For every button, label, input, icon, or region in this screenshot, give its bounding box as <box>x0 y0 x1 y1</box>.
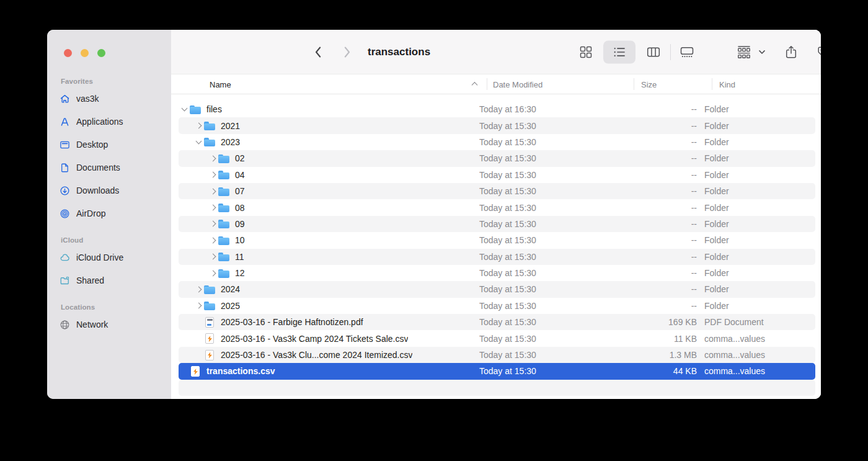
file-name: 2025 <box>221 301 240 311</box>
disclosure-chevron-icon[interactable] <box>210 205 216 211</box>
chevron-left-icon <box>314 46 322 58</box>
name-cell: 2025-03-16 - Farbige Haftnotizen.pdf <box>179 317 479 328</box>
table-row[interactable]: 09 Today at 15:30 -- Folder <box>179 216 815 232</box>
name-cell: 2025-03-16 - Vas3k Clu...come 2024 Itemi… <box>179 350 479 360</box>
toolbar: transactions <box>171 30 821 74</box>
sidebar-item-icloud-drive[interactable]: iCloud Drive <box>53 248 165 267</box>
column-header-size[interactable]: Size <box>641 79 657 89</box>
list-view-icon <box>613 45 626 58</box>
table-row[interactable]: 08 Today at 15:30 -- Folder <box>179 199 815 215</box>
column-divider[interactable] <box>712 78 712 90</box>
disclosure-chevron-icon[interactable] <box>210 254 216 260</box>
zoom-window-button[interactable] <box>97 49 105 57</box>
finder-window: Favorites vas3k Applications Desktop Doc… <box>47 30 821 399</box>
name-cell: 2025-03-16 - Vas3k Camp 2024 Tickets Sal… <box>179 333 479 344</box>
column-divider[interactable] <box>487 78 487 90</box>
table-row[interactable]: 02 Today at 15:30 -- Folder <box>179 150 815 166</box>
date-modified-cell: Today at 15:30 <box>479 284 626 294</box>
share-icon <box>785 45 798 59</box>
list-view-button[interactable] <box>613 45 626 58</box>
column-divider[interactable] <box>634 78 634 90</box>
kind-cell: Folder <box>704 121 815 131</box>
kind-cell: Folder <box>704 203 815 213</box>
table-row[interactable]: 10 Today at 15:30 -- Folder <box>179 232 815 248</box>
name-cell: 11 <box>179 251 479 262</box>
folder-icon <box>218 153 229 164</box>
column-header-kind[interactable]: Kind <box>719 79 735 89</box>
sidebar-section: Locations Network <box>53 303 165 334</box>
disclosure-chevron-icon[interactable] <box>210 270 216 276</box>
table-row[interactable]: 2021 Today at 15:30 -- Folder <box>179 117 815 133</box>
file-name: 04 <box>235 170 245 180</box>
file-name: 10 <box>235 235 245 245</box>
table-row[interactable]: files Today at 16:30 -- Folder <box>179 101 815 117</box>
group-by-chevron[interactable] <box>759 50 766 55</box>
file-name: 2025-03-16 - Farbige Haftnotizen.pdf <box>221 317 363 327</box>
column-view-button[interactable] <box>647 45 660 58</box>
group-by-button[interactable] <box>737 45 751 59</box>
table-row[interactable]: 11 Today at 15:30 -- Folder <box>179 249 815 265</box>
window-title: transactions <box>368 46 430 58</box>
table-row[interactable]: 2025-03-16 - Vas3k Camp 2024 Tickets Sal… <box>179 330 815 346</box>
sidebar-item-label: iCloud Drive <box>76 253 123 262</box>
sidebar-item-label: Documents <box>76 163 120 172</box>
disclosure-chevron-icon[interactable] <box>210 188 216 194</box>
back-button[interactable] <box>314 46 322 58</box>
file-name: 2025-03-16 - Vas3k Clu...come 2024 Itemi… <box>221 350 412 360</box>
sidebar-item-desktop[interactable]: Desktop <box>53 135 165 154</box>
disclosure-chevron-icon[interactable] <box>182 105 188 112</box>
disclosure-chevron-icon[interactable] <box>196 123 202 129</box>
table-row[interactable]: 2025 Today at 15:30 -- Folder <box>179 298 815 314</box>
applications-icon <box>60 117 70 127</box>
name-cell: 07 <box>179 186 479 197</box>
file-name: 08 <box>235 203 245 213</box>
sidebar-item-downloads[interactable]: Downloads <box>53 181 165 200</box>
sidebar-item-label: Desktop <box>76 140 108 150</box>
column-header-date-modified[interactable]: Date Modified <box>493 79 542 89</box>
size-cell: -- <box>626 235 704 245</box>
sidebar-item-vas3k[interactable]: vas3k <box>53 89 165 108</box>
table-row-selected[interactable]: transactions.csv Today at 15:30 44 KB co… <box>179 363 815 379</box>
close-window-button[interactable] <box>64 49 72 57</box>
sidebar-item-airdrop[interactable]: AirDrop <box>53 204 165 223</box>
kind-cell: Folder <box>704 170 815 180</box>
date-modified-cell: Today at 15:30 <box>479 252 626 262</box>
disclosure-chevron-icon[interactable] <box>196 138 202 145</box>
kind-cell: comma...values <box>704 334 815 344</box>
share-button[interactable] <box>785 45 798 59</box>
gallery-view-button[interactable] <box>680 45 694 58</box>
sidebar-section-label: iCloud <box>53 236 165 244</box>
tag-button[interactable] <box>817 45 821 59</box>
kind-cell: Folder <box>704 137 815 147</box>
disclosure-chevron-icon[interactable] <box>210 155 216 161</box>
kind-cell: Folder <box>704 186 815 196</box>
disclosure-chevron-icon[interactable] <box>196 303 202 309</box>
disclosure-chevron-icon[interactable] <box>210 172 216 178</box>
folder-icon <box>218 169 229 180</box>
table-row[interactable]: 2023 Today at 15:30 -- Folder <box>179 134 815 150</box>
sidebar-item-documents[interactable]: Documents <box>53 158 165 177</box>
sidebar-item-shared[interactable]: Shared <box>53 271 165 290</box>
table-row[interactable]: 2024 Today at 15:30 -- Folder <box>179 281 815 297</box>
network-icon <box>60 320 70 330</box>
sidebar-item-network[interactable]: Network <box>53 315 165 334</box>
sidebar-item-label: Shared <box>76 275 104 285</box>
column-header-name[interactable]: Name <box>210 79 231 89</box>
sidebar-item-applications[interactable]: Applications <box>53 112 165 131</box>
minimize-window-button[interactable] <box>81 49 89 57</box>
disclosure-chevron-icon[interactable] <box>210 221 216 227</box>
name-cell: files <box>179 104 479 115</box>
forward-button[interactable] <box>343 46 351 58</box>
main-pane: transactions <box>171 30 821 399</box>
folder-icon <box>218 251 229 262</box>
table-row[interactable]: 07 Today at 15:30 -- Folder <box>179 183 815 199</box>
table-row[interactable]: 2025-03-16 - Farbige Haftnotizen.pdf Tod… <box>179 314 815 330</box>
table-row[interactable]: 04 Today at 15:30 -- Folder <box>179 167 815 183</box>
folder-icon <box>204 284 215 295</box>
icon-view-button[interactable] <box>580 45 593 58</box>
date-modified-cell: Today at 15:30 <box>479 301 626 311</box>
disclosure-chevron-icon[interactable] <box>196 287 202 293</box>
table-row[interactable]: 2025-03-16 - Vas3k Clu...come 2024 Itemi… <box>179 347 815 363</box>
table-row[interactable]: 12 Today at 15:30 -- Folder <box>179 265 815 281</box>
disclosure-chevron-icon[interactable] <box>210 237 216 243</box>
